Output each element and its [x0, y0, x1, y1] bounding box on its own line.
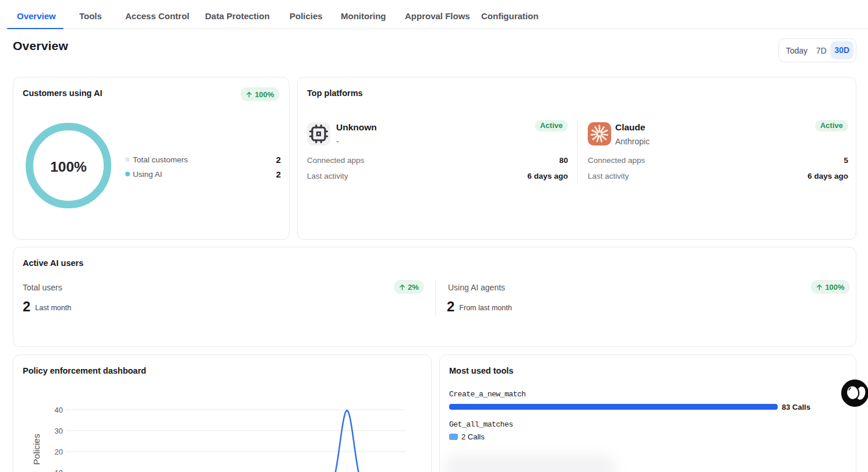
svg-text:10: 10	[55, 469, 63, 472]
svg-text:40: 40	[55, 406, 63, 414]
svg-text:20: 20	[55, 448, 63, 456]
svg-text:30: 30	[55, 427, 63, 435]
svg-text:Policies: Policies	[31, 434, 41, 465]
